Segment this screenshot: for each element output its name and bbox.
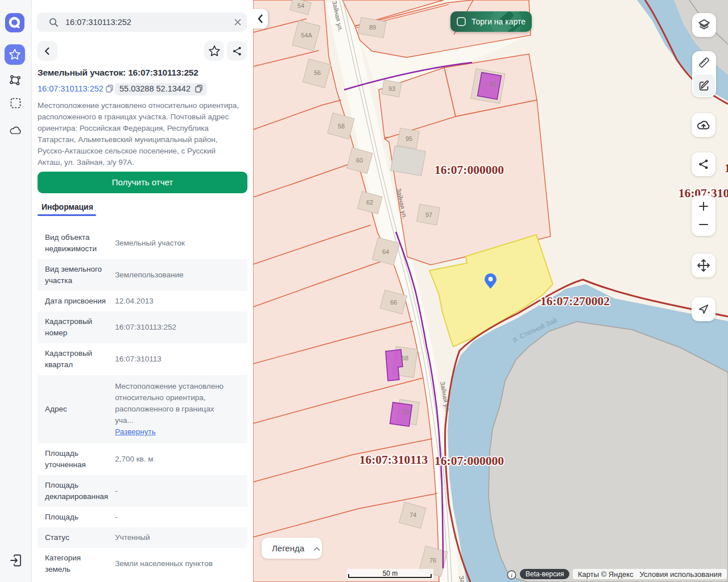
svg-text:97: 97 xyxy=(425,211,432,218)
svg-text:74: 74 xyxy=(410,512,416,518)
svg-text:76: 76 xyxy=(429,557,436,564)
svg-text:16:07:000000: 16:07:000000 xyxy=(435,163,504,177)
svg-text:60: 60 xyxy=(356,157,363,164)
svg-text:54: 54 xyxy=(297,2,304,9)
svg-text:16:07:000000: 16:07:000000 xyxy=(435,454,504,468)
svg-text:16:07:310113: 16:07:310113 xyxy=(359,453,428,467)
svg-text:64: 64 xyxy=(382,248,389,255)
svg-text:68: 68 xyxy=(402,355,408,361)
svg-text:70: 70 xyxy=(402,409,409,415)
svg-text:91: 91 xyxy=(489,81,496,88)
svg-text:66: 66 xyxy=(390,299,397,306)
svg-text:56: 56 xyxy=(314,69,321,76)
svg-text:89: 89 xyxy=(369,24,376,31)
svg-text:58: 58 xyxy=(338,123,345,130)
svg-text:93: 93 xyxy=(388,85,395,92)
svg-text:62: 62 xyxy=(366,199,373,206)
svg-text:16:07:270002: 16:07:270002 xyxy=(540,294,610,308)
svg-text:54A: 54A xyxy=(301,32,312,39)
svg-text:95: 95 xyxy=(406,135,412,142)
svg-text:i: i xyxy=(511,572,512,579)
svg-text:16:07:310113: 16:07:310113 xyxy=(725,161,728,175)
